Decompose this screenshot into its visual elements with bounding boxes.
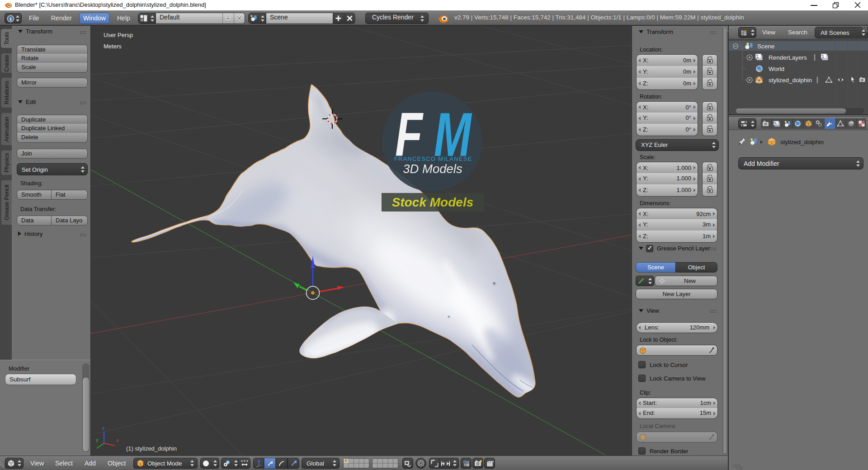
svg-text:User Persp: User Persp bbox=[104, 32, 133, 38]
svg-text:(1) stylized_dolphin: (1) stylized_dolphin bbox=[126, 445, 177, 452]
svg-text:y: y bbox=[96, 437, 99, 442]
svg-text:3D Models: 3D Models bbox=[403, 162, 462, 176]
svg-text:i: i bbox=[10, 16, 11, 22]
svg-text:FRANCESCO MILANESE: FRANCESCO MILANESE bbox=[394, 155, 472, 162]
svg-text:x: x bbox=[116, 437, 119, 443]
svg-text:stylized_dolphin: stylized_dolphin bbox=[780, 139, 824, 146]
svg-text:RenderLayers: RenderLayers bbox=[769, 54, 807, 61]
svg-text:Scene: Scene bbox=[757, 43, 774, 50]
svg-text:z: z bbox=[102, 425, 105, 431]
svg-text:World: World bbox=[769, 66, 784, 72]
svg-text:Stock Models: Stock Models bbox=[392, 195, 473, 209]
svg-text:stylized_dolphin: stylized_dolphin bbox=[769, 77, 812, 84]
svg-text:Meters: Meters bbox=[104, 43, 122, 50]
